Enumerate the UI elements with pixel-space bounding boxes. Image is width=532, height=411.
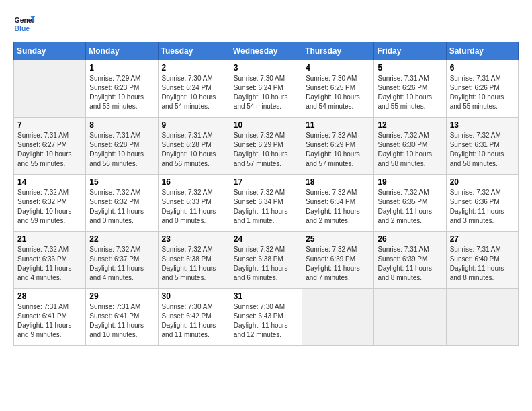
- day-number: 27: [450, 234, 515, 244]
- weekday-saturday: Saturday: [446, 42, 518, 60]
- calendar-cell: 27Sunrise: 7:31 AMSunset: 6:40 PMDayligh…: [446, 232, 518, 289]
- calendar-cell: 26Sunrise: 7:31 AMSunset: 6:39 PMDayligh…: [374, 232, 446, 289]
- day-number: 28: [17, 291, 82, 301]
- day-info: Sunrise: 7:30 AMSunset: 6:25 PMDaylight:…: [306, 74, 370, 111]
- calendar-cell: 30Sunrise: 7:30 AMSunset: 6:42 PMDayligh…: [158, 289, 230, 346]
- day-number: 5: [378, 63, 442, 73]
- day-info: Sunrise: 7:31 AMSunset: 6:26 PMDaylight:…: [378, 74, 442, 111]
- weekday-friday: Friday: [374, 42, 446, 60]
- calendar-cell: [374, 289, 446, 346]
- day-number: 21: [17, 234, 82, 244]
- day-number: 30: [162, 291, 226, 301]
- week-row-4: 21Sunrise: 7:32 AMSunset: 6:36 PMDayligh…: [14, 232, 519, 289]
- day-number: 22: [89, 234, 154, 244]
- day-info: Sunrise: 7:32 AMSunset: 6:39 PMDaylight:…: [306, 245, 370, 283]
- calendar-cell: 14Sunrise: 7:32 AMSunset: 6:32 PMDayligh…: [14, 175, 86, 232]
- day-info: Sunrise: 7:31 AMSunset: 6:28 PMDaylight:…: [162, 131, 226, 169]
- calendar-cell: 31Sunrise: 7:30 AMSunset: 6:43 PMDayligh…: [230, 289, 302, 346]
- calendar-cell: 4Sunrise: 7:30 AMSunset: 6:25 PMDaylight…: [302, 60, 374, 118]
- day-info: Sunrise: 7:32 AMSunset: 6:32 PMDaylight:…: [89, 188, 154, 226]
- calendar-cell: 29Sunrise: 7:31 AMSunset: 6:41 PMDayligh…: [86, 289, 158, 346]
- calendar-cell: [302, 289, 374, 346]
- day-number: 6: [450, 63, 515, 73]
- day-number: 15: [89, 177, 154, 187]
- weekday-thursday: Thursday: [302, 42, 374, 60]
- day-info: Sunrise: 7:31 AMSunset: 6:41 PMDaylight:…: [17, 302, 82, 340]
- day-number: 12: [378, 120, 442, 130]
- day-number: 24: [234, 234, 298, 244]
- calendar-cell: 17Sunrise: 7:32 AMSunset: 6:34 PMDayligh…: [230, 175, 302, 232]
- weekday-tuesday: Tuesday: [158, 42, 230, 60]
- calendar-cell: 25Sunrise: 7:32 AMSunset: 6:39 PMDayligh…: [302, 232, 374, 289]
- day-number: 2: [162, 63, 226, 73]
- day-number: 25: [306, 234, 370, 244]
- calendar-cell: 2Sunrise: 7:30 AMSunset: 6:24 PMDaylight…: [158, 60, 230, 118]
- week-row-1: 1Sunrise: 7:29 AMSunset: 6:23 PMDaylight…: [14, 60, 519, 118]
- day-info: Sunrise: 7:32 AMSunset: 6:34 PMDaylight:…: [306, 188, 370, 226]
- day-info: Sunrise: 7:31 AMSunset: 6:27 PMDaylight:…: [17, 131, 82, 169]
- calendar-cell: 20Sunrise: 7:32 AMSunset: 6:36 PMDayligh…: [446, 175, 518, 232]
- weekday-monday: Monday: [86, 42, 158, 60]
- day-info: Sunrise: 7:32 AMSunset: 6:29 PMDaylight:…: [306, 131, 370, 169]
- calendar-table: SundayMondayTuesdayWednesdayThursdayFrid…: [13, 42, 519, 346]
- calendar-cell: 23Sunrise: 7:32 AMSunset: 6:38 PMDayligh…: [158, 232, 230, 289]
- day-info: Sunrise: 7:32 AMSunset: 6:36 PMDaylight:…: [450, 188, 515, 226]
- day-info: Sunrise: 7:32 AMSunset: 6:37 PMDaylight:…: [89, 245, 154, 283]
- calendar-cell: 21Sunrise: 7:32 AMSunset: 6:36 PMDayligh…: [14, 232, 86, 289]
- day-number: 13: [450, 120, 515, 130]
- day-info: Sunrise: 7:32 AMSunset: 6:35 PMDaylight:…: [378, 188, 442, 226]
- calendar-cell: 22Sunrise: 7:32 AMSunset: 6:37 PMDayligh…: [86, 232, 158, 289]
- day-number: 23: [162, 234, 226, 244]
- day-number: 9: [162, 120, 226, 130]
- calendar-cell: 6Sunrise: 7:31 AMSunset: 6:26 PMDaylight…: [446, 60, 518, 118]
- day-info: Sunrise: 7:32 AMSunset: 6:34 PMDaylight:…: [234, 188, 298, 226]
- day-info: Sunrise: 7:31 AMSunset: 6:26 PMDaylight:…: [450, 74, 515, 111]
- calendar-cell: 1Sunrise: 7:29 AMSunset: 6:23 PMDaylight…: [86, 60, 158, 118]
- calendar-cell: 16Sunrise: 7:32 AMSunset: 6:33 PMDayligh…: [158, 175, 230, 232]
- page-header: General Blue: [13, 13, 519, 35]
- calendar-cell: 15Sunrise: 7:32 AMSunset: 6:32 PMDayligh…: [86, 175, 158, 232]
- calendar-cell: 10Sunrise: 7:32 AMSunset: 6:29 PMDayligh…: [230, 118, 302, 175]
- day-info: Sunrise: 7:29 AMSunset: 6:23 PMDaylight:…: [89, 74, 154, 111]
- week-row-2: 7Sunrise: 7:31 AMSunset: 6:27 PMDaylight…: [14, 118, 519, 175]
- day-number: 26: [378, 234, 442, 244]
- calendar-cell: 18Sunrise: 7:32 AMSunset: 6:34 PMDayligh…: [302, 175, 374, 232]
- day-info: Sunrise: 7:31 AMSunset: 6:39 PMDaylight:…: [378, 245, 442, 283]
- day-info: Sunrise: 7:30 AMSunset: 6:43 PMDaylight:…: [234, 302, 298, 340]
- day-number: 11: [306, 120, 370, 130]
- day-number: 16: [162, 177, 226, 187]
- calendar-cell: 24Sunrise: 7:32 AMSunset: 6:38 PMDayligh…: [230, 232, 302, 289]
- logo: General Blue: [13, 13, 35, 35]
- calendar-cell: 19Sunrise: 7:32 AMSunset: 6:35 PMDayligh…: [374, 175, 446, 232]
- weekday-wednesday: Wednesday: [230, 42, 302, 60]
- day-info: Sunrise: 7:32 AMSunset: 6:32 PMDaylight:…: [17, 188, 82, 226]
- day-info: Sunrise: 7:32 AMSunset: 6:30 PMDaylight:…: [378, 131, 442, 169]
- day-info: Sunrise: 7:30 AMSunset: 6:42 PMDaylight:…: [162, 302, 226, 340]
- day-number: 4: [306, 63, 370, 73]
- day-number: 1: [89, 63, 154, 73]
- day-info: Sunrise: 7:32 AMSunset: 6:31 PMDaylight:…: [450, 131, 515, 169]
- day-number: 3: [234, 63, 298, 73]
- day-number: 19: [378, 177, 442, 187]
- calendar-cell: [446, 289, 518, 346]
- day-number: 10: [234, 120, 298, 130]
- calendar-cell: 3Sunrise: 7:30 AMSunset: 6:24 PMDaylight…: [230, 60, 302, 118]
- day-info: Sunrise: 7:31 AMSunset: 6:40 PMDaylight:…: [450, 245, 515, 283]
- day-info: Sunrise: 7:32 AMSunset: 6:29 PMDaylight:…: [234, 131, 298, 169]
- day-info: Sunrise: 7:31 AMSunset: 6:41 PMDaylight:…: [89, 302, 154, 340]
- day-number: 17: [234, 177, 298, 187]
- day-number: 20: [450, 177, 515, 187]
- calendar-cell: 8Sunrise: 7:31 AMSunset: 6:28 PMDaylight…: [86, 118, 158, 175]
- day-number: 31: [234, 291, 298, 301]
- day-info: Sunrise: 7:32 AMSunset: 6:38 PMDaylight:…: [162, 245, 226, 283]
- day-info: Sunrise: 7:30 AMSunset: 6:24 PMDaylight:…: [234, 74, 298, 111]
- day-number: 29: [89, 291, 154, 301]
- calendar-cell: 12Sunrise: 7:32 AMSunset: 6:30 PMDayligh…: [374, 118, 446, 175]
- logo-icon: General Blue: [13, 13, 35, 35]
- day-number: 18: [306, 177, 370, 187]
- day-number: 8: [89, 120, 154, 130]
- weekday-header-row: SundayMondayTuesdayWednesdayThursdayFrid…: [14, 42, 519, 60]
- week-row-3: 14Sunrise: 7:32 AMSunset: 6:32 PMDayligh…: [14, 175, 519, 232]
- calendar-cell: 28Sunrise: 7:31 AMSunset: 6:41 PMDayligh…: [14, 289, 86, 346]
- day-info: Sunrise: 7:31 AMSunset: 6:28 PMDaylight:…: [89, 131, 154, 169]
